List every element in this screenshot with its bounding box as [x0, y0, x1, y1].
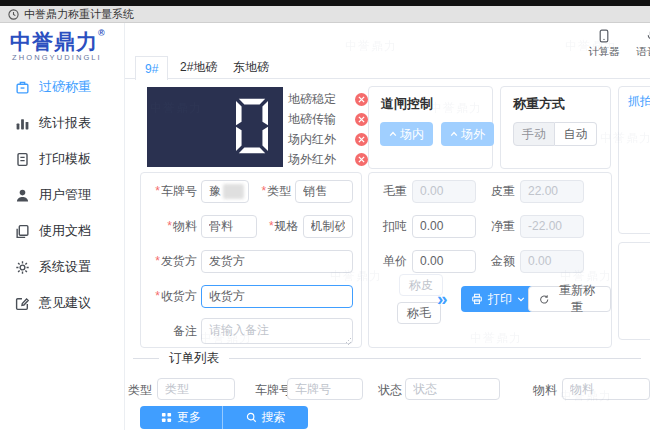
filter-material-input[interactable]: [562, 378, 650, 400]
print-label: 打印: [488, 291, 512, 308]
filter-material-label: 物料: [533, 382, 557, 399]
sidebar-item-label: 系统设置: [39, 258, 91, 276]
microphone-icon: [645, 29, 650, 43]
gate-inside-label: 场内: [400, 126, 424, 143]
gear-icon: [15, 260, 30, 275]
filter-type-input[interactable]: [157, 378, 235, 400]
deduct-input[interactable]: [412, 215, 476, 238]
logo-registered-mark: ®: [98, 28, 106, 38]
receiver-input[interactable]: [201, 285, 353, 308]
status-label: 场内红外: [288, 131, 336, 148]
search-icon: [246, 412, 257, 423]
seven-segment-zero: [236, 98, 268, 154]
label-text: 收货方: [161, 289, 197, 303]
gate-inside-button[interactable]: 场内: [380, 122, 433, 146]
search-button[interactable]: 搜索: [222, 406, 308, 429]
mode-manual-button[interactable]: 手动: [513, 122, 555, 146]
plate-blur-mask: [223, 184, 244, 199]
gross-input: [412, 180, 476, 203]
gross-label: 毛重: [377, 183, 407, 200]
label-text: 备注: [173, 324, 197, 338]
tare-label: 皮重: [481, 183, 515, 200]
tab-scale-9[interactable]: 9#: [135, 56, 168, 80]
required-mark: *: [167, 219, 172, 233]
sidebar-item-label: 使用文档: [39, 222, 91, 240]
spec-label: *规格: [261, 218, 299, 235]
status-row: 场外红外: [288, 149, 368, 169]
filter-plate-label: 车牌号: [255, 382, 291, 399]
tab-scale-2[interactable]: 2#地磅: [180, 56, 217, 79]
logo-subtext: ZHONGYUDINGLI: [12, 53, 102, 62]
logo: 中誉鼎力®: [10, 28, 106, 56]
tab-label: 东地磅: [233, 59, 269, 76]
required-mark: *: [261, 184, 266, 198]
gate-control-panel: 道闸控制 场内 场外: [368, 86, 493, 169]
status-row: 地磅传输: [288, 109, 368, 129]
receiver-label: *收货方: [145, 288, 197, 305]
mode-auto-button[interactable]: 自动: [555, 122, 597, 146]
sidebar-item-label: 打印模板: [39, 150, 91, 168]
bar-chart-icon: [15, 116, 30, 131]
chevron-up-icon: [389, 130, 397, 138]
weigh-gross-button[interactable]: 称毛: [397, 302, 441, 324]
snapshot-link[interactable]: 抓拍: [628, 93, 650, 110]
error-cross-icon: [355, 113, 368, 126]
tare-input: [520, 180, 584, 203]
required-mark: *: [269, 219, 274, 233]
material-input[interactable]: [201, 215, 257, 238]
sidebar: 中誉鼎力® ZHONGYUDINGLI 过磅称重 统计报表 打印模板 用户管理 …: [0, 23, 125, 430]
textarea-resize-handle[interactable]: [344, 338, 351, 345]
net-label: 净重: [481, 218, 515, 235]
sidebar-item-print-template[interactable]: 打印模板: [0, 141, 125, 177]
remark-textarea[interactable]: [201, 318, 353, 344]
sidebar-item-docs[interactable]: 使用文档: [0, 213, 125, 249]
divider-line: [229, 358, 641, 359]
type-input[interactable]: [295, 180, 353, 203]
label-text: 规格: [275, 219, 299, 233]
filter-status-input[interactable]: [405, 378, 500, 400]
amount-label: 金额: [481, 253, 515, 270]
sidebar-item-reports[interactable]: 统计报表: [0, 105, 125, 141]
scale-tabs: 9# 2#地磅 东地磅: [125, 56, 650, 79]
net-input: [520, 215, 584, 238]
reweigh-button[interactable]: 重新称重: [528, 286, 611, 312]
orders-divider-title: 订单列表: [159, 350, 229, 367]
printer-icon: [471, 293, 483, 305]
amount-input: [520, 250, 584, 273]
voice-tool[interactable]: 语音播: [630, 29, 650, 59]
sidebar-item-settings[interactable]: 系统设置: [0, 249, 125, 285]
status-label: 地磅传输: [288, 111, 336, 128]
shipper-input[interactable]: [201, 250, 353, 273]
more-button[interactable]: 更多: [140, 406, 222, 429]
mode-manual-label: 手动: [522, 126, 546, 143]
price-input[interactable]: [412, 250, 476, 273]
spec-input[interactable]: [303, 215, 353, 238]
calculator-tool[interactable]: 计算器: [582, 29, 626, 59]
weigh-mode-panel: 称重方式 手动 自动: [500, 86, 611, 169]
required-mark: *: [155, 289, 160, 303]
sidebar-item-label: 用户管理: [39, 186, 91, 204]
gate-control-title: 道闸控制: [381, 95, 433, 113]
weight-display: [147, 87, 283, 167]
filter-status-label: 状态: [378, 382, 402, 399]
status-row: 场内红外: [288, 129, 368, 149]
gate-outside-button[interactable]: 场外: [441, 122, 494, 146]
chevron-down-icon: [517, 295, 525, 303]
snapshot-panel: 抓拍: [618, 86, 650, 234]
label-text: 发货方: [161, 254, 197, 268]
reweigh-label: 重新称重: [554, 282, 600, 316]
search-label: 搜索: [262, 409, 286, 426]
sidebar-item-feedback[interactable]: 意见建议: [0, 285, 125, 321]
sidebar-item-label: 统计报表: [39, 114, 91, 132]
sidebar-item-weighing[interactable]: 过磅称重: [0, 69, 125, 105]
sidebar-item-user-management[interactable]: 用户管理: [0, 177, 125, 213]
tab-label: 9#: [145, 62, 158, 76]
tab-scale-east[interactable]: 东地磅: [233, 56, 269, 79]
print-button[interactable]: 打印: [461, 286, 535, 312]
error-cross-icon: [355, 153, 368, 166]
filter-plate-input[interactable]: [287, 378, 363, 400]
weigh-tare-label: 称皮: [409, 277, 433, 294]
status-row: 地磅稳定: [288, 89, 368, 109]
more-label: 更多: [177, 409, 201, 426]
weigh-mode-title: 称重方式: [513, 95, 565, 113]
